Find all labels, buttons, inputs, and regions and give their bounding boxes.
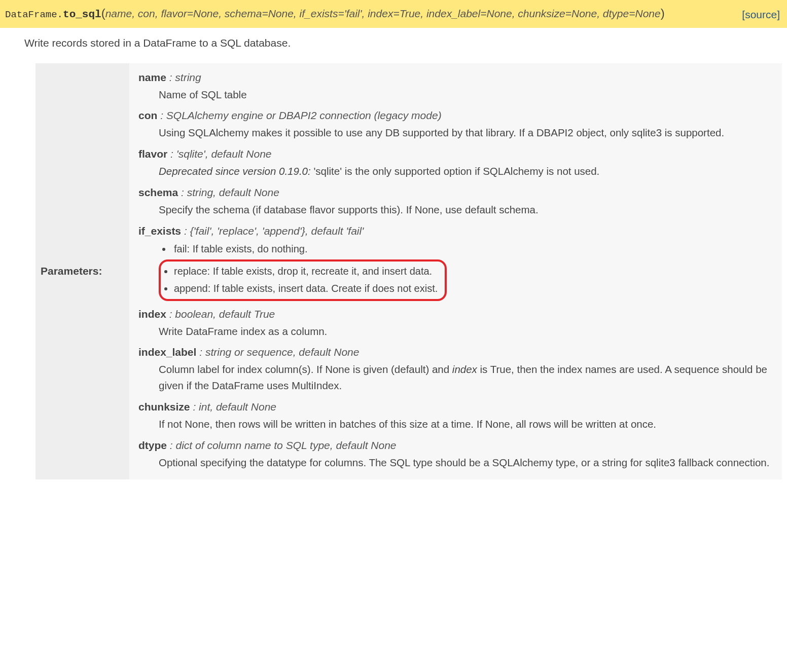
param-desc: Write DataFrame index as a column. — [159, 323, 773, 340]
param-label: chunksize — [138, 401, 190, 413]
param-desc: Deprecated since version 0.19.0: 'sqlite… — [159, 163, 773, 179]
param-name: name : string Name of SQL table — [138, 71, 773, 103]
parameters-heading: Parameters: — [41, 265, 102, 277]
open-paren: ( — [101, 6, 105, 20]
close-paren: ) — [661, 6, 665, 20]
param-type: : string or sequence, default None — [196, 346, 359, 358]
param-index-label: index_label : string or sequence, defaul… — [138, 346, 773, 394]
param-chunksize: chunksize : int, default None If not Non… — [138, 401, 773, 432]
param-label: schema — [138, 186, 178, 198]
param-type: : string, default None — [178, 186, 279, 198]
parameters-table: Parameters: name : string Name of SQL ta… — [35, 63, 782, 480]
method-name: to_sql — [63, 9, 101, 20]
param-dtype: dtype : dict of column name to SQL type,… — [138, 439, 773, 471]
options-list-highlighted: replace: If table exists, drop it, recre… — [161, 263, 438, 297]
param-desc-text: 'sqlite' is the only supported option if… — [313, 165, 599, 177]
param-con: con : SQLAlchemy engine or DBAPI2 connec… — [138, 109, 773, 141]
param-label: name — [138, 71, 166, 83]
italic-index: index — [452, 363, 477, 375]
param-desc: Optional specifying the datatype for col… — [159, 455, 773, 471]
param-type: : 'sqlite', default None — [167, 148, 271, 160]
param-desc: Specify the schema (if database flavor s… — [159, 202, 773, 218]
param-type: : boolean, default True — [166, 308, 275, 320]
param-type: : SQLAlchemy engine or DBAPI2 connection… — [157, 109, 441, 121]
source-link[interactable]: [source] — [742, 7, 780, 23]
param-label: index_label — [138, 346, 196, 358]
method-signature: DataFrame.to_sql(name, con, flavor=None,… — [0, 0, 787, 28]
parameters-body: name : string Name of SQL table con : SQ… — [129, 63, 782, 480]
signature-params: name, con, flavor=None, schema=None, if_… — [105, 8, 661, 19]
param-if-exists: if_exists : {'fail', 'replace', 'append'… — [138, 225, 773, 301]
option-fail: fail: If table exists, do nothing. — [172, 240, 773, 257]
param-label: dtype — [138, 439, 167, 451]
param-type: : string — [166, 71, 201, 83]
option-append: append: If table exists, insert data. Cr… — [174, 280, 438, 297]
param-index: index : boolean, default True Write Data… — [138, 308, 773, 340]
param-type: : int, default None — [190, 401, 276, 413]
param-label: index — [138, 308, 166, 320]
deprecated-note: Deprecated since version 0.19.0: — [159, 165, 313, 177]
option-replace: replace: If table exists, drop it, recre… — [174, 263, 438, 280]
param-type: : {'fail', 'replace', 'append'}, default… — [181, 225, 364, 237]
class-prefix: DataFrame. — [5, 9, 63, 20]
param-type: : dict of column name to SQL type, defau… — [167, 439, 397, 451]
highlighted-options: replace: If table exists, drop it, recre… — [159, 259, 447, 301]
param-desc: Column label for index column(s). If Non… — [159, 361, 773, 394]
parameters-label-cell: Parameters: — [35, 63, 129, 480]
param-label: if_exists — [138, 225, 181, 237]
desc-text: Column label for index column(s). If Non… — [159, 363, 452, 375]
param-schema: schema : string, default None Specify th… — [138, 186, 773, 218]
param-label: flavor — [138, 148, 167, 160]
param-label: con — [138, 109, 157, 121]
method-description: Write records stored in a DataFrame to a… — [0, 28, 787, 63]
param-flavor: flavor : 'sqlite', default None Deprecat… — [138, 148, 773, 179]
param-desc: Using SQLAlchemy makes it possible to us… — [159, 125, 773, 141]
param-desc: Name of SQL table — [159, 87, 773, 103]
param-desc: If not None, then rows will be written i… — [159, 416, 773, 432]
options-list: fail: If table exists, do nothing. — [159, 240, 773, 257]
